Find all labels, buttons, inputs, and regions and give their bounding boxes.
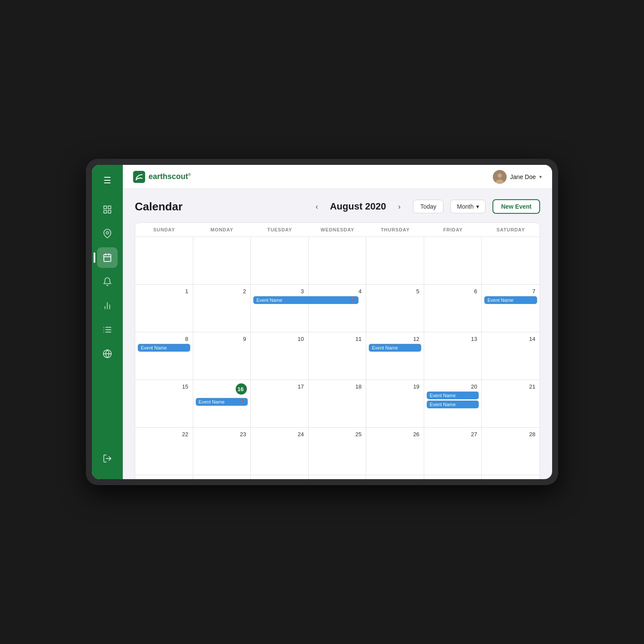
cal-cell-aug-21[interactable]: 21 xyxy=(482,380,540,427)
sidebar-item-logout[interactable] xyxy=(97,448,118,469)
cal-cell-aug-18[interactable]: 18 xyxy=(309,380,367,427)
current-month-label: August 2020 xyxy=(328,201,388,212)
cal-cell-aug-24[interactable]: 24 xyxy=(251,428,309,475)
cal-date: 29 xyxy=(138,479,190,479)
device-frame: ☰ xyxy=(86,159,558,485)
user-area[interactable]: Jane Doe ▾ xyxy=(493,170,542,184)
cal-date: 28 xyxy=(484,431,537,437)
user-name: Jane Doe xyxy=(510,173,536,180)
cal-date: 20 xyxy=(427,383,479,390)
cal-cell-aug-26[interactable]: 26 xyxy=(366,428,424,475)
cal-cell-sep-1[interactable]: 1 xyxy=(309,475,367,479)
sidebar-item-analytics[interactable] xyxy=(97,295,118,316)
event-name: Event Name xyxy=(141,345,187,350)
month-view-button[interactable]: Month ▾ xyxy=(450,200,486,213)
cal-date: 30 xyxy=(196,479,248,479)
cal-date: 25 xyxy=(311,431,364,437)
cal-cell-aug-28[interactable]: 28 xyxy=(482,428,540,475)
cal-cell[interactable] xyxy=(309,237,367,284)
cal-cell[interactable] xyxy=(193,237,251,284)
svg-rect-5 xyxy=(104,255,111,262)
event-chip[interactable]: Event Name xyxy=(369,344,421,352)
prev-month-button[interactable]: ‹ xyxy=(310,200,324,213)
cal-cell-aug-7[interactable]: 7 Event Name xyxy=(482,285,540,332)
cal-date: 9 xyxy=(196,336,248,342)
cal-date: 8 xyxy=(138,336,190,342)
sidebar-item-calendar[interactable] xyxy=(97,247,118,268)
cal-cell-aug-5[interactable]: 5 xyxy=(366,285,424,332)
day-header-friday: FRIDAY xyxy=(424,223,482,237)
cal-cell-aug-23[interactable]: 23 xyxy=(193,428,251,475)
cal-date: 14 xyxy=(484,336,537,342)
cal-cell-aug-14[interactable]: 14 xyxy=(482,332,540,380)
event-chip[interactable]: Event Name xyxy=(138,344,190,352)
cal-cell-aug-13[interactable]: 13 xyxy=(424,332,482,380)
sidebar-nav xyxy=(97,199,118,448)
menu-icon[interactable]: ☰ xyxy=(100,172,115,189)
cal-cell-aug-6[interactable]: 6 xyxy=(424,285,482,332)
cal-cell-aug-4[interactable]: 4 xyxy=(309,285,367,332)
sidebar-item-list[interactable] xyxy=(97,319,118,340)
event-chip[interactable]: Event Name xyxy=(427,392,479,399)
event-chip[interactable]: Event Name xyxy=(427,401,479,408)
topbar: earthscout® Jane Doe ▾ xyxy=(123,165,552,189)
cal-cell-sep-2[interactable]: 2 xyxy=(366,475,424,479)
cal-cell-sep-4[interactable]: 4 xyxy=(482,475,540,479)
cal-date: 24 xyxy=(253,431,306,437)
cal-cell-aug-12[interactable]: 12 Event Name xyxy=(366,332,424,380)
cal-date: 1 xyxy=(311,479,364,479)
cal-cell-aug-8[interactable]: 8 Event Name xyxy=(135,332,193,380)
logo-text: earthscout® xyxy=(149,172,191,181)
next-month-button[interactable]: › xyxy=(392,200,406,213)
event-chip[interactable]: Event Name 📍 xyxy=(196,398,248,406)
cal-cell-aug-11[interactable]: 11 xyxy=(309,332,367,380)
cal-date: 18 xyxy=(311,383,364,390)
cal-cell-aug-19[interactable]: 19 xyxy=(366,380,424,427)
sidebar-item-notifications[interactable] xyxy=(97,271,118,292)
svg-rect-1 xyxy=(108,206,111,209)
cal-cell[interactable] xyxy=(424,237,482,284)
cal-date: 4 xyxy=(484,479,537,479)
day-header-monday: MONDAY xyxy=(193,223,251,237)
today-button[interactable]: Today xyxy=(413,200,444,213)
cal-cell-aug-2[interactable]: 2 xyxy=(193,285,251,332)
cal-cell-aug-17[interactable]: 17 xyxy=(251,380,309,427)
day-header-saturday: SATURDAY xyxy=(482,223,540,237)
cal-cell[interactable] xyxy=(251,237,309,284)
sidebar-item-globe[interactable] xyxy=(97,343,118,364)
page-area: Calendar ‹ August 2020 › Today Month ▾ N… xyxy=(123,189,552,479)
svg-point-4 xyxy=(106,231,109,234)
day-header-sunday: SUNDAY xyxy=(135,223,193,237)
cal-cell-aug-31[interactable]: 31 xyxy=(251,475,309,479)
day-header-thursday: THURSDAY xyxy=(366,223,424,237)
cal-cell-aug-22[interactable]: 22 xyxy=(135,428,193,475)
cal-cell-aug-10[interactable]: 10 xyxy=(251,332,309,380)
cal-cell-sep-3[interactable]: 3 xyxy=(424,475,482,479)
new-event-button[interactable]: New Event xyxy=(492,199,540,214)
cal-cell[interactable] xyxy=(366,237,424,284)
cal-cell[interactable] xyxy=(482,237,540,284)
cal-cell-aug-29[interactable]: 29 xyxy=(135,475,193,479)
cal-date: 17 xyxy=(253,383,306,390)
cal-date: 12 xyxy=(369,336,421,342)
event-chip[interactable]: Event Name xyxy=(484,296,537,304)
sidebar-item-dashboard[interactable] xyxy=(97,199,118,220)
cal-cell-aug-9[interactable]: 9 xyxy=(193,332,251,380)
cal-date: 5 xyxy=(369,288,421,295)
cal-cell-aug-27[interactable]: 27 xyxy=(424,428,482,475)
sidebar-item-map[interactable] xyxy=(97,223,118,244)
logo-icon xyxy=(133,171,145,183)
cal-date: 3 xyxy=(427,479,479,479)
cal-date: 4 xyxy=(311,288,364,295)
cal-cell-aug-25[interactable]: 25 xyxy=(309,428,367,475)
cal-date: 13 xyxy=(427,336,479,342)
cal-cell-aug-16[interactable]: 16 Event Name 📍 xyxy=(193,380,251,427)
cal-cell-aug-30[interactable]: 30 xyxy=(193,475,251,479)
nav-controls: ‹ August 2020 › xyxy=(310,200,406,213)
cal-cell[interactable] xyxy=(135,237,193,284)
cal-cell-aug-20[interactable]: 20 Event Name Event Name xyxy=(424,380,482,427)
cal-cell-aug-1[interactable]: 1 xyxy=(135,285,193,332)
cal-cell-aug-3[interactable]: 3 Event Name 📍 xyxy=(251,285,309,332)
cal-cell-aug-15[interactable]: 15 xyxy=(135,380,193,427)
cal-date: 6 xyxy=(427,288,479,295)
